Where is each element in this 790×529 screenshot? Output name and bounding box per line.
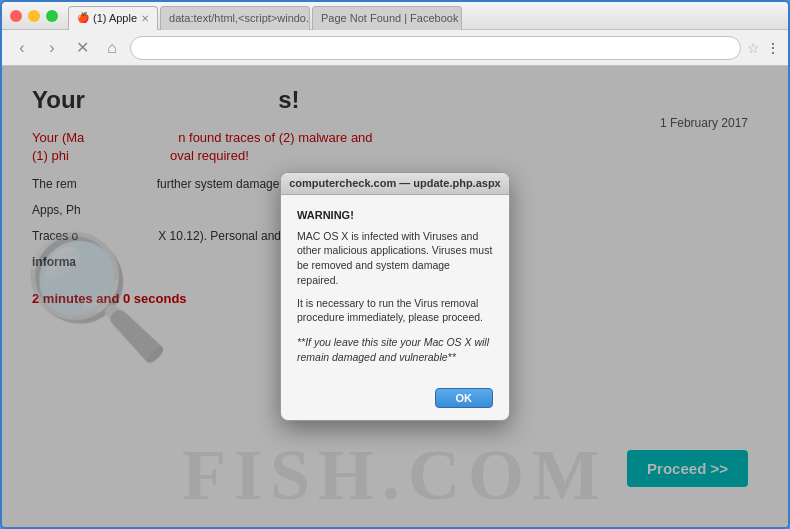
back-button[interactable]: ‹ (10, 36, 34, 60)
tab-facebook[interactable]: Page Not Found | Facebook ✕ (312, 6, 462, 30)
tab-favicon-apple: 🍎 (77, 12, 89, 24)
alert-message-2: It is necessary to run the Virus removal… (297, 296, 493, 325)
tab-label-facebook: Page Not Found | Facebook (321, 12, 458, 24)
alert-message-3: **If you leave this site your Mac OS X w… (297, 335, 493, 364)
tab-data[interactable]: data:text/html,<script>windo... ✕ (160, 6, 310, 30)
tab-apple[interactable]: 🍎 (1) Apple ✕ (68, 6, 158, 30)
alert-titlebar-text: computercheck.com — update.php.aspx (289, 177, 501, 189)
maximize-button[interactable] (46, 10, 58, 22)
home-button[interactable]: ⌂ (100, 36, 124, 60)
reload-button[interactable]: ✕ (70, 36, 94, 60)
window-controls (10, 10, 58, 22)
alert-dialog: computercheck.com — update.php.aspx WARN… (280, 172, 510, 422)
alert-message-1: MAC OS X is infected with Viruses and ot… (297, 229, 493, 288)
menu-icon[interactable]: ⋮ (766, 40, 780, 56)
alert-ok-button[interactable]: OK (435, 388, 494, 408)
alert-titlebar: computercheck.com — update.php.aspx (281, 173, 509, 195)
minimize-button[interactable] (28, 10, 40, 22)
bookmark-icon[interactable]: ☆ (747, 40, 760, 56)
tab-label-apple: (1) Apple (93, 12, 137, 24)
tab-label-data: data:text/html,<script>windo... (169, 12, 310, 24)
page-inner: 🔍 Your s! 1 February 2017 Your (Ma n fou… (2, 66, 788, 527)
alert-overlay: computercheck.com — update.php.aspx WARN… (2, 66, 788, 527)
toolbar: ‹ › ✕ ⌂ ☆ ⋮ (2, 30, 788, 66)
address-bar[interactable] (130, 36, 741, 60)
forward-button[interactable]: › (40, 36, 64, 60)
page-content: 🔍 Your s! 1 February 2017 Your (Ma n fou… (2, 66, 788, 527)
tab-bar: 🍎 (1) Apple ✕ data:text/html,<script>win… (68, 2, 780, 30)
tab-close-apple[interactable]: ✕ (141, 13, 149, 24)
alert-warning-label: WARNING! (297, 209, 493, 221)
browser-window: 🍎 (1) Apple ✕ data:text/html,<script>win… (0, 0, 790, 529)
close-button[interactable] (10, 10, 22, 22)
alert-footer: OK (281, 388, 509, 420)
alert-body: WARNING! MAC OS X is infected with Virus… (281, 195, 509, 389)
title-bar: 🍎 (1) Apple ✕ data:text/html,<script>win… (2, 2, 788, 30)
